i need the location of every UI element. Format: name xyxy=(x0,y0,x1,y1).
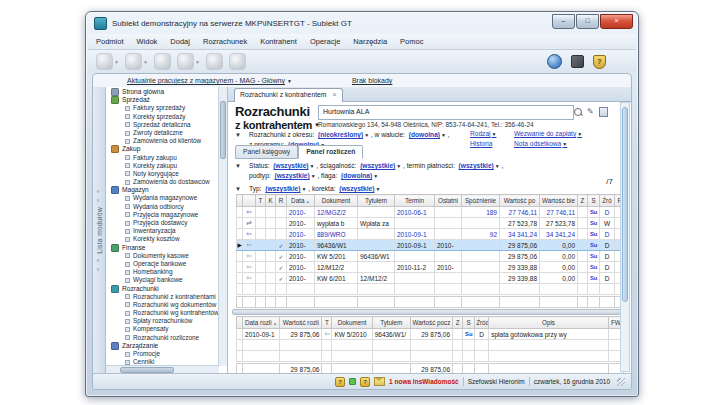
table-row[interactable]: ⇦✓2010-KW 6/20112/M12/229 339,880,00SuD xyxy=(237,273,625,284)
sidebar-item[interactable]: Spłaty rozrachunków xyxy=(106,317,219,325)
sidebar-item[interactable]: Przyjęcia magazynowe xyxy=(106,211,219,219)
new-message-link[interactable]: 1 nowa InsWiadomość xyxy=(389,378,459,385)
sidebar-item[interactable]: Zamówienia od klientów xyxy=(106,137,219,145)
sidebar-item[interactable]: Noty korygujące xyxy=(106,170,219,178)
column-header[interactable] xyxy=(243,195,256,207)
menu-item[interactable]: Widok xyxy=(137,37,158,46)
column-header[interactable]: Opis xyxy=(489,317,609,329)
column-header[interactable]: Dokument xyxy=(315,195,358,207)
table-row[interactable]: ⇦✓2010-12/M12/22010-11-22010-29 339,880,… xyxy=(237,262,625,273)
menu-item[interactable]: Pomoc xyxy=(400,37,423,46)
sidebar-item[interactable]: Faktury sprzedaży xyxy=(106,104,219,112)
header-link[interactable]: Wezwanie do zapłaty▼ xyxy=(514,130,582,137)
header-link[interactable]: Nota odsetkowa▼ xyxy=(514,140,582,147)
filter-value-dropdown[interactable]: (wszystkie) xyxy=(360,162,395,169)
menu-item[interactable]: Rozrachunek xyxy=(203,37,247,46)
operations-icon[interactable]: ▼ xyxy=(177,53,200,70)
column-header[interactable]: Źró xyxy=(600,195,615,207)
scrollbar-thumb[interactable] xyxy=(622,107,628,302)
column-header[interactable]: Data▲ xyxy=(287,195,315,207)
open-document-icon[interactable]: ▼ xyxy=(125,53,148,70)
menu-item[interactable]: Dodaj xyxy=(170,37,190,46)
table-row[interactable]: ▶⇦✓2010-96436/W12010-09-12010-29 875,060… xyxy=(237,240,625,251)
sidebar-section[interactable]: Finanse xyxy=(106,244,219,252)
header-link[interactable]: Historia xyxy=(470,140,504,147)
collapse-arrow-icon[interactable]: ▼ xyxy=(235,132,241,138)
filter-value-dropdown[interactable]: (dowolna) xyxy=(409,131,440,138)
new-document-icon[interactable]: ▼ xyxy=(96,53,119,70)
column-header[interactable]: Ostatni xyxy=(435,195,462,207)
sidebar-section[interactable]: Zakup xyxy=(106,145,219,153)
sidebar-item[interactable]: Korekty sprzedaży xyxy=(106,113,219,121)
column-header[interactable]: Tytułem xyxy=(358,195,395,207)
tab-rozrachunki[interactable]: Rozrachunki z kontrahentem× xyxy=(234,88,343,102)
sidebar-item[interactable]: Promocje xyxy=(106,350,219,358)
sidebar-item[interactable]: Wyciągi bankowe xyxy=(106,276,219,284)
filter-value-dropdown[interactable]: (wszystkie) xyxy=(459,162,494,169)
help-tool-icon[interactable] xyxy=(206,53,223,70)
sidebar-item[interactable]: Inwentaryzacja xyxy=(106,227,219,235)
column-header[interactable]: R xyxy=(276,195,287,207)
table-row[interactable]: ⇦2010-889/WRO2010-09-19234 341,2434 341,… xyxy=(237,229,625,240)
table-row[interactable]: ⇄2010-wypłata bWpłata za27 523,7827 523,… xyxy=(237,218,625,229)
title-bar[interactable]: Subiekt demonstracyjny na serwerze MKP\I… xyxy=(86,12,638,34)
filter-value-dropdown[interactable]: (wszystkie) xyxy=(265,185,300,192)
column-header[interactable]: Data rozli▲ xyxy=(243,317,280,329)
sidebar-section[interactable]: Magazyn xyxy=(106,186,219,194)
sidebar-item[interactable]: Kompensaty xyxy=(106,325,219,333)
sidebar-section[interactable]: Rozrachunki xyxy=(106,285,219,293)
contractor-field[interactable]: Hurtownia ALA xyxy=(318,105,574,120)
sidebar-item[interactable]: Operacje bankowe xyxy=(106,260,219,268)
tab-panel-rozliczen[interactable]: Panel rozliczeń xyxy=(298,145,363,159)
filter-value-dropdown[interactable]: (wszystkie) xyxy=(273,162,308,169)
active-warehouse-link[interactable]: Aktualnie pracujesz z magazynem - MAG - … xyxy=(127,77,292,84)
sidebar-item[interactable]: Rozrachunki z kontrahentami xyxy=(106,293,219,301)
globe-icon[interactable] xyxy=(547,54,562,69)
sidebar-vertical-scrollbar[interactable] xyxy=(218,87,227,366)
scrollbar-thumb[interactable] xyxy=(220,101,226,159)
sidebar-item[interactable]: Homebanking xyxy=(106,268,219,276)
column-header[interactable]: Tytułem xyxy=(372,317,410,329)
column-header[interactable]: T xyxy=(256,195,266,207)
sidebar-item[interactable]: Faktury zakupu xyxy=(106,154,219,162)
menu-item[interactable]: Podmiot xyxy=(96,37,124,46)
sidebar-item[interactable]: Przyjęcia dostawcy xyxy=(106,219,219,227)
column-header[interactable]: Wartość po xyxy=(500,195,540,207)
sidebar-item[interactable]: Dokumenty kasowe xyxy=(106,252,219,260)
cube-icon[interactable] xyxy=(571,55,584,68)
info-tool-icon[interactable] xyxy=(229,53,246,70)
menu-item[interactable]: Narzędzia xyxy=(353,37,387,46)
sidebar-section[interactable]: Sprzedaż xyxy=(106,96,219,104)
column-header[interactable]: Spóźnienie xyxy=(462,195,500,207)
help-indicator-icon[interactable]: ? xyxy=(335,377,345,387)
contractor-card-icon[interactable] xyxy=(599,107,608,117)
tab-panel-ksiegowy[interactable]: Panel księgowy xyxy=(235,145,298,159)
edit-pencil-icon[interactable]: ✎ xyxy=(587,108,594,116)
column-header[interactable]: Z xyxy=(453,317,463,329)
table-row[interactable]: ⇦✓2010-KW 5/20196436/W129 875,060,00SuD xyxy=(237,251,625,262)
message-envelope-icon[interactable] xyxy=(374,377,385,386)
sidebar-item[interactable]: Rozrachunki rozliczone xyxy=(106,334,219,342)
sidebar-item[interactable]: Rozrachunki wg kontrahentów xyxy=(106,309,219,317)
column-header[interactable]: Dokument xyxy=(332,317,372,329)
sidebar-item[interactable]: Korekty zakupu xyxy=(106,162,219,170)
table-row[interactable]: ⇦2010-12/MGZ/22010-06-118927 746,1127 74… xyxy=(237,207,625,218)
column-header[interactable]: Źród xyxy=(475,317,489,329)
close-tab-icon[interactable]: × xyxy=(333,91,337,98)
main-vertical-scrollbar[interactable] xyxy=(620,102,630,372)
filter-value-dropdown[interactable]: (nieokreślony) xyxy=(318,131,363,138)
column-header[interactable]: S xyxy=(463,317,475,329)
menu-item[interactable]: Operacje xyxy=(310,37,340,46)
sidebar-item[interactable]: Rozrachunki wg dokumentów xyxy=(106,301,219,309)
close-button[interactable]: × xyxy=(600,14,633,29)
print-icon[interactable] xyxy=(154,53,171,70)
column-header[interactable]: K xyxy=(266,195,276,207)
menu-item[interactable]: Kontrahent xyxy=(260,37,297,46)
resize-grip[interactable] xyxy=(617,378,625,386)
column-header[interactable]: T xyxy=(322,317,332,329)
column-header[interactable]: Wartość rozli xyxy=(280,317,322,329)
sidebar-item[interactable]: Zwroty detaliczne xyxy=(106,129,219,137)
sidebar-section[interactable]: Strona główna xyxy=(106,88,219,96)
header-link[interactable]: Rodzaj▼ xyxy=(470,130,504,137)
sidebar-item[interactable]: Wydania odbiorcy xyxy=(106,203,219,211)
